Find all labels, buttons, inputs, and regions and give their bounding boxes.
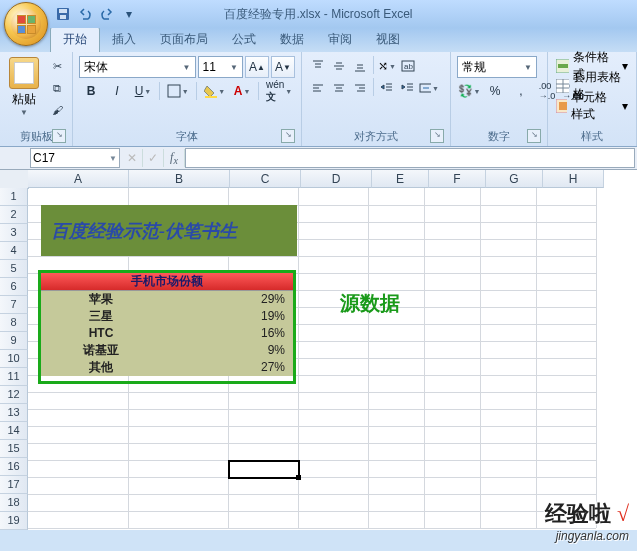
fill-color-button[interactable]: ▼ — [201, 80, 229, 102]
tab-review[interactable]: 审阅 — [316, 27, 364, 52]
font-size-combo[interactable]: 11▼ — [198, 56, 243, 78]
decrease-indent-icon[interactable] — [377, 78, 397, 98]
select-all-corner[interactable] — [0, 170, 29, 189]
group-number: 常规▼ 💱▼ % , .00→.0 .0→.00 数字↘ — [451, 52, 548, 146]
row-header-14[interactable]: 14 — [0, 422, 28, 440]
table-cell-name: HTC — [41, 325, 161, 342]
enter-formula-icon[interactable]: ✓ — [143, 149, 164, 167]
border-button[interactable]: ▼ — [164, 80, 192, 102]
group-font: 宋体▼ 11▼ A▲ A▼ B I U▼ ▼ ▼ A▼ wén文▼ — [73, 52, 302, 146]
undo-icon[interactable] — [76, 5, 94, 23]
font-color-button[interactable]: A▼ — [230, 80, 254, 102]
accounting-format-icon[interactable]: 💱▼ — [457, 80, 481, 102]
group-number-label: 数字 — [488, 130, 510, 142]
cut-icon[interactable]: ✂ — [46, 56, 68, 76]
format-painter-icon[interactable]: 🖌 — [46, 100, 68, 120]
row-header-6[interactable]: 6 — [0, 278, 28, 296]
col-header-F[interactable]: F — [429, 170, 486, 188]
row-header-3[interactable]: 3 — [0, 224, 28, 242]
wrap-text-icon[interactable]: ab — [398, 56, 418, 76]
col-header-G[interactable]: G — [486, 170, 543, 188]
align-left-icon[interactable] — [308, 78, 328, 98]
col-header-E[interactable]: E — [372, 170, 429, 188]
source-data-label: 源数据 — [340, 290, 400, 317]
comma-format-icon[interactable]: , — [509, 80, 533, 102]
number-format-combo[interactable]: 常规▼ — [457, 56, 537, 78]
fx-icon[interactable]: fx — [164, 149, 185, 167]
row-header-13[interactable]: 13 — [0, 404, 28, 422]
row-header-19[interactable]: 19 — [0, 512, 28, 530]
row-header-10[interactable]: 10 — [0, 350, 28, 368]
qat-customize-icon[interactable]: ▾ — [120, 5, 138, 23]
row-header-15[interactable]: 15 — [0, 440, 28, 458]
percent-format-icon[interactable]: % — [483, 80, 507, 102]
col-header-A[interactable]: A — [28, 170, 129, 188]
row-header-17[interactable]: 17 — [0, 476, 28, 494]
tab-insert[interactable]: 插入 — [100, 27, 148, 52]
underline-button[interactable]: U▼ — [131, 80, 155, 102]
col-header-C[interactable]: C — [230, 170, 301, 188]
align-right-icon[interactable] — [350, 78, 370, 98]
worksheet[interactable]: ABCDEFGH 1234567891011121314151617181920… — [0, 170, 637, 530]
align-top-icon[interactable] — [308, 56, 328, 76]
table-row: HTC16% — [41, 325, 293, 342]
italic-button[interactable]: I — [105, 80, 129, 102]
paste-label: 粘贴 — [5, 91, 43, 108]
tab-home[interactable]: 开始 — [50, 26, 100, 52]
font-name-combo[interactable]: 宋体▼ — [79, 56, 196, 78]
formula-input[interactable] — [185, 148, 635, 168]
column-headers[interactable]: ABCDEFGH — [28, 170, 637, 188]
phonetic-button[interactable]: wén文▼ — [263, 80, 295, 102]
svg-rect-35 — [556, 79, 569, 93]
col-header-B[interactable]: B — [129, 170, 230, 188]
number-launcher-icon[interactable]: ↘ — [527, 129, 541, 143]
tab-formulas[interactable]: 公式 — [220, 27, 268, 52]
redo-icon[interactable] — [98, 5, 116, 23]
row-header-8[interactable]: 8 — [0, 314, 28, 332]
row-header-7[interactable]: 7 — [0, 296, 28, 314]
quick-access-toolbar: ▾ — [54, 5, 138, 23]
row-header-1[interactable]: 1 — [0, 188, 28, 206]
row-header-18[interactable]: 18 — [0, 494, 28, 512]
copy-icon[interactable]: ⧉ — [46, 78, 68, 98]
col-header-H[interactable]: H — [543, 170, 604, 188]
group-alignment: ⤭▼ ab ▼ 对齐方式↘ — [302, 52, 451, 146]
bold-button[interactable]: B — [79, 80, 103, 102]
table-cell-pct: 19% — [161, 308, 293, 325]
table-cell-pct: 16% — [161, 325, 293, 342]
align-bottom-icon[interactable] — [350, 56, 370, 76]
align-launcher-icon[interactable]: ↘ — [430, 129, 444, 143]
increase-indent-icon[interactable] — [398, 78, 418, 98]
row-header-5[interactable]: 5 — [0, 260, 28, 278]
name-box[interactable]: C17▼ — [30, 148, 120, 168]
formula-bar: C17▼ ✕ ✓ fx — [0, 147, 637, 170]
tab-view[interactable]: 视图 — [364, 27, 412, 52]
row-headers[interactable]: 1234567891011121314151617181920 — [0, 188, 28, 530]
decrease-font-icon[interactable]: A▼ — [271, 56, 295, 78]
svg-rect-40 — [559, 102, 567, 110]
table-row: 苹果29% — [41, 291, 293, 308]
orientation-icon[interactable]: ⤭▼ — [377, 56, 397, 76]
row-header-2[interactable]: 2 — [0, 206, 28, 224]
tab-data[interactable]: 数据 — [268, 27, 316, 52]
office-button[interactable] — [4, 2, 48, 46]
paste-button[interactable]: 粘贴 ▼ — [4, 54, 44, 122]
col-header-D[interactable]: D — [301, 170, 372, 188]
merge-center-icon[interactable]: ▼ — [419, 78, 439, 98]
clipboard-launcher-icon[interactable]: ↘ — [52, 129, 66, 143]
align-middle-icon[interactable] — [329, 56, 349, 76]
row-header-11[interactable]: 11 — [0, 368, 28, 386]
align-center-icon[interactable] — [329, 78, 349, 98]
cancel-formula-icon[interactable]: ✕ — [122, 149, 143, 167]
row-header-4[interactable]: 4 — [0, 242, 28, 260]
row-header-12[interactable]: 12 — [0, 386, 28, 404]
table-row: 诺基亚9% — [41, 342, 293, 359]
save-icon[interactable] — [54, 5, 72, 23]
row-header-9[interactable]: 9 — [0, 332, 28, 350]
table-cell-pct: 27% — [161, 359, 293, 376]
table-cell-name: 苹果 — [41, 291, 161, 308]
font-launcher-icon[interactable]: ↘ — [281, 129, 295, 143]
row-header-16[interactable]: 16 — [0, 458, 28, 476]
tab-page-layout[interactable]: 页面布局 — [148, 27, 220, 52]
increase-font-icon[interactable]: A▲ — [245, 56, 269, 78]
